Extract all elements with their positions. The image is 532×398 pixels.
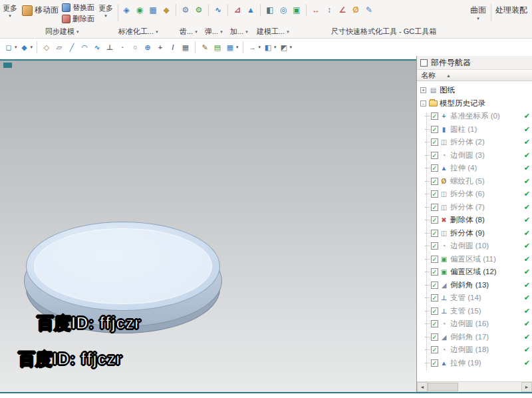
- ribbon-group-4[interactable]: 弹...▾: [205, 27, 223, 37]
- chevron-down-icon[interactable]: ▾: [236, 45, 239, 50]
- raster-image-icon[interactable]: ▤: [212, 42, 223, 53]
- tree-item-feature-6[interactable]: ✓◫拆分体 (6)✔: [417, 188, 532, 201]
- expand-icon[interactable]: +: [420, 87, 426, 93]
- feature-checkbox[interactable]: ✓: [431, 164, 438, 172]
- ribbon-group-2[interactable]: 标准化工...▾: [118, 27, 158, 37]
- feature-checkbox[interactable]: ✓: [431, 152, 438, 159]
- scrollbar-thumb[interactable]: [428, 383, 458, 391]
- ribbon-group-6[interactable]: 建模工...▾: [257, 27, 289, 37]
- spring-tool-icon[interactable]: ∿: [212, 4, 224, 16]
- feature-checkbox[interactable]: ✓: [431, 256, 438, 263]
- tree-item-feature-9[interactable]: ✓◫拆分体 (9)✔: [417, 227, 532, 240]
- ribbon-group-1[interactable]: 同步建模▾: [45, 27, 79, 37]
- feature-checkbox[interactable]: ✓: [431, 268, 438, 276]
- feature-checkbox[interactable]: ✓: [431, 190, 438, 198]
- tree-item-sheets[interactable]: +▤图纸: [417, 84, 532, 97]
- more-left-button[interactable]: 更多 ▾: [0, 1, 20, 18]
- tree-item-feature-12[interactable]: ✓▣偏置区域 (12)✔: [417, 266, 532, 279]
- gear-tool-2-icon[interactable]: ⚙: [193, 4, 205, 16]
- standardize-tool-4-icon[interactable]: ◆: [160, 4, 172, 16]
- datum-plane-icon[interactable]: ◇: [41, 42, 52, 53]
- tree-item-feature-16[interactable]: ✓◔边倒圆 (16)✔: [417, 317, 532, 331]
- tree-item-feature-18[interactable]: ✓◔边倒圆 (18)✔: [417, 343, 532, 357]
- graphics-canvas[interactable]: 百度ID: ffjczr 百度ID: ffjczr: [0, 61, 416, 392]
- feature-checkbox[interactable]: ✓: [431, 346, 438, 353]
- tree-item-feature-5[interactable]: ✓Ø螺纹孔 (5)✔: [417, 175, 532, 188]
- scroll-right-button[interactable]: ►: [521, 382, 532, 392]
- feature-checkbox[interactable]: ✓: [431, 242, 438, 250]
- move-face-button[interactable]: 移动面: [20, 3, 61, 17]
- name-column-header[interactable]: 名称 ▲: [417, 70, 532, 81]
- feature-checkbox[interactable]: ✓: [431, 230, 438, 237]
- tree-item-feature-13[interactable]: ✓◢倒斜角 (13)✔: [417, 279, 532, 292]
- chevron-down-icon[interactable]: ▾: [259, 45, 261, 50]
- feature-checkbox[interactable]: ✓: [431, 359, 438, 367]
- shaded-view-icon[interactable]: ◩: [279, 42, 289, 53]
- tree-item-feature-15[interactable]: ✓⊥支管 (15)✔: [417, 305, 532, 318]
- feature-checkbox[interactable]: ✓: [431, 307, 438, 315]
- plus-icon[interactable]: +: [155, 42, 166, 53]
- point-icon[interactable]: ∙: [117, 42, 128, 53]
- tree-item-feature-0[interactable]: ✓+基准坐标系 (0)✔: [417, 110, 532, 123]
- grid-icon[interactable]: ▦: [180, 42, 191, 53]
- tree-item-feature-1[interactable]: ✓▮圆柱 (1)✔: [417, 123, 532, 136]
- more-right-button[interactable]: 更多 ▾: [96, 1, 116, 18]
- feature-checkbox[interactable]: ✓: [431, 294, 438, 301]
- machining-tool-2-icon[interactable]: ▲: [245, 4, 257, 16]
- ribbon-group-3[interactable]: 齿...▾: [180, 27, 198, 37]
- dimension-tool-5-icon[interactable]: ✎: [363, 4, 375, 16]
- tree-item-feature-7[interactable]: ✓◫拆分体 (7)✔: [417, 201, 532, 214]
- circle-center-icon[interactable]: ⊕: [142, 42, 153, 53]
- move-object-icon[interactable]: →: [247, 42, 258, 53]
- feature-checkbox[interactable]: ✓: [431, 204, 438, 211]
- feature-checkbox[interactable]: ✓: [431, 112, 438, 120]
- feature-checkbox[interactable]: ✓: [431, 282, 438, 289]
- tree-item-feature-14[interactable]: ✓⊥支管 (14)✔: [417, 292, 532, 305]
- standardize-tool-1-icon[interactable]: ◈: [120, 4, 132, 16]
- sketch-curve-icon[interactable]: ✎: [200, 42, 210, 53]
- sketch-icon[interactable]: ▱: [54, 42, 65, 53]
- chevron-down-icon[interactable]: ▾: [15, 45, 17, 50]
- process-assembly-tab[interactable]: 处理装配: [493, 3, 529, 17]
- tree-item-feature-11[interactable]: ✓▣偏置区域 (11)✔: [417, 253, 532, 266]
- dimension-tool-1-icon[interactable]: ↔: [310, 4, 322, 16]
- delete-face-button[interactable]: 删除面: [61, 14, 96, 24]
- tree-item-feature-8[interactable]: ✓✖删除体 (8)✔: [417, 214, 532, 227]
- tree-item-feature-17[interactable]: ✓◢倒斜角 (17)✔: [417, 331, 532, 344]
- standardize-tool-3-icon[interactable]: ▦: [147, 4, 159, 16]
- modeling-tool-2-icon[interactable]: ◎: [277, 4, 289, 16]
- feature-checkbox[interactable]: ✓: [431, 138, 438, 146]
- tree-item-feature-2[interactable]: ✓◫拆分体 (2)✔: [417, 136, 532, 149]
- feature-checkbox[interactable]: ✓: [431, 320, 438, 327]
- collapse-icon[interactable]: -: [420, 100, 426, 106]
- gear-tool-1-icon[interactable]: ⚙: [180, 4, 192, 16]
- pattern-table-icon[interactable]: ▦: [225, 42, 235, 53]
- ribbon-group-5[interactable]: 加...▾: [230, 27, 248, 37]
- surface-button[interactable]: 曲面 ▾: [467, 3, 489, 21]
- tree-item-feature-3[interactable]: ✓◔边倒圆 (3)✔: [417, 149, 532, 162]
- modeling-tool-1-icon[interactable]: ◧: [264, 4, 276, 16]
- feature-checkbox[interactable]: ✓: [431, 126, 438, 133]
- dimension-tool-3-icon[interactable]: ∠: [336, 4, 348, 16]
- feature-checkbox[interactable]: ✓: [431, 333, 438, 341]
- modeling-tool-3-icon[interactable]: ▣: [291, 4, 303, 16]
- replace-face-button[interactable]: 替换面: [61, 3, 96, 13]
- solid-cube-icon[interactable]: ◧: [263, 42, 273, 53]
- tree-item-feature-10[interactable]: ✓◔边倒圆 (10)✔: [417, 240, 532, 253]
- horizontal-scrollbar[interactable]: ◄ ►: [417, 381, 532, 392]
- standardize-tool-2-icon[interactable]: ◉: [134, 4, 146, 16]
- snap-point-icon[interactable]: ◆: [19, 42, 30, 53]
- machining-tool-1-icon[interactable]: ⊿: [231, 4, 243, 16]
- perpendicular-icon[interactable]: ⊥: [104, 42, 115, 53]
- feature-checkbox[interactable]: ✓: [431, 178, 438, 185]
- chevron-down-icon[interactable]: ▾: [31, 45, 33, 50]
- feature-checkbox[interactable]: ✓: [431, 216, 438, 224]
- line-icon[interactable]: ╱: [66, 42, 77, 53]
- tree-item-feature-19[interactable]: ✓▲拉伸 (19)✔: [417, 357, 532, 370]
- circle-icon[interactable]: ○: [130, 42, 140, 53]
- dimension-tool-2-icon[interactable]: ↕: [323, 4, 335, 16]
- tree-item-feature-4[interactable]: ✓▲拉伸 (4)✔: [417, 162, 532, 175]
- ribbon-group-7[interactable]: 尺寸快速格式化工具 - GC工具箱: [331, 27, 436, 37]
- chevron-down-icon[interactable]: ▾: [274, 45, 277, 50]
- arc-icon[interactable]: ◠: [79, 42, 90, 53]
